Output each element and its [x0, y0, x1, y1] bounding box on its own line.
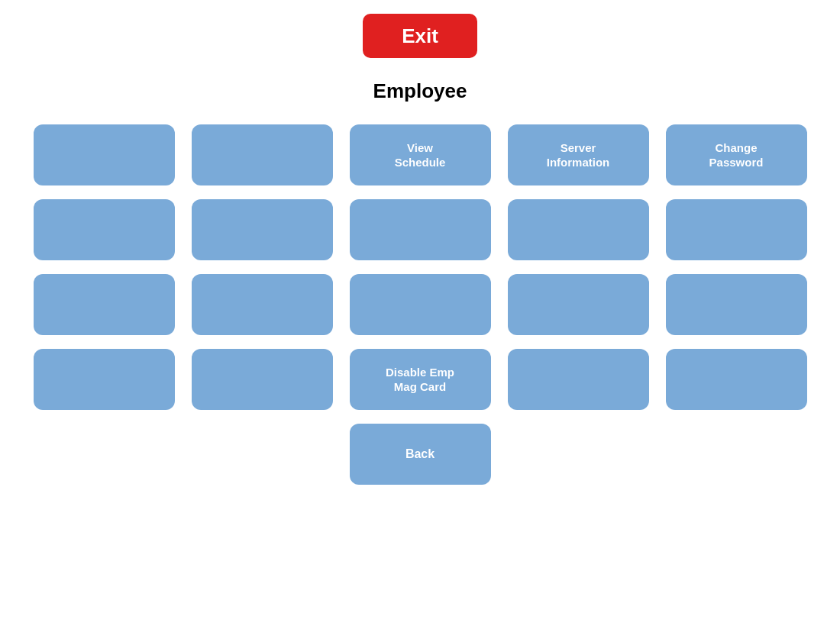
btn-r3-c3[interactable]	[350, 274, 491, 335]
btn-r3-c1[interactable]	[34, 274, 175, 335]
btn-r4-c1[interactable]	[34, 349, 175, 410]
btn-r2-c5[interactable]	[666, 199, 807, 260]
btn-disable-emp-mag-card[interactable]: Disable EmpMag Card	[350, 349, 491, 410]
btn-r1-c1[interactable]	[34, 124, 175, 185]
grid-row-1: ViewSchedule ServerInformation ChangePas…	[34, 124, 807, 185]
grid-row-3	[34, 274, 807, 335]
btn-view-schedule[interactable]: ViewSchedule	[350, 124, 491, 185]
btn-r2-c2[interactable]	[192, 199, 333, 260]
button-grid: ViewSchedule ServerInformation ChangePas…	[34, 124, 807, 410]
btn-r2-c1[interactable]	[34, 199, 175, 260]
btn-r3-c2[interactable]	[192, 274, 333, 335]
btn-r4-c5[interactable]	[666, 349, 807, 410]
btn-change-password[interactable]: ChangePassword	[666, 124, 807, 185]
grid-row-4: Disable EmpMag Card	[34, 349, 807, 410]
btn-r2-c3[interactable]	[350, 199, 491, 260]
exit-button[interactable]: Exit	[363, 14, 477, 58]
page-title: Employee	[373, 79, 467, 103]
back-button[interactable]: Back	[350, 424, 491, 485]
btn-r4-c4[interactable]	[508, 349, 649, 410]
btn-server-information[interactable]: ServerInformation	[508, 124, 649, 185]
btn-r4-c2[interactable]	[192, 349, 333, 410]
btn-r3-c5[interactable]	[666, 274, 807, 335]
grid-row-2	[34, 199, 807, 260]
btn-r2-c4[interactable]	[508, 199, 649, 260]
btn-r1-c2[interactable]	[192, 124, 333, 185]
btn-r3-c4[interactable]	[508, 274, 649, 335]
